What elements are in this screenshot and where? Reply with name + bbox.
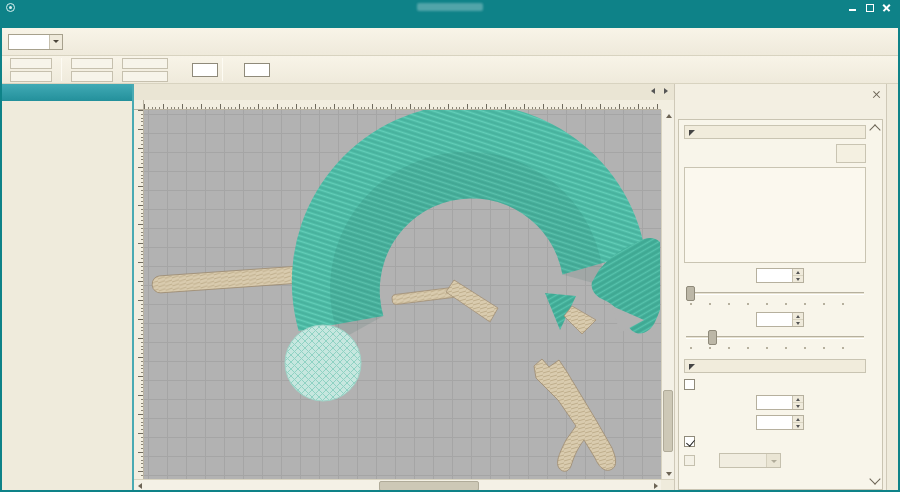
embroidery-design[interactable] xyxy=(144,110,660,478)
close-icon[interactable] xyxy=(879,2,894,13)
position-x-field[interactable] xyxy=(10,58,52,69)
toolboxes-header xyxy=(2,84,132,101)
slider-ticks xyxy=(690,302,860,305)
scroll-up-icon[interactable] xyxy=(663,110,674,121)
docked-panel-tabs xyxy=(886,84,900,492)
spinner-arrows[interactable] xyxy=(792,269,803,282)
main-toolbar xyxy=(2,28,898,56)
horizontal-scroll-thumb[interactable] xyxy=(379,481,479,491)
scroll-left-icon[interactable] xyxy=(134,480,145,491)
radial-curve-fill-section-header[interactable] xyxy=(684,359,866,373)
design-canvas-area xyxy=(134,84,674,492)
branch-mouth[interactable] xyxy=(564,306,596,334)
panel-scroll-down-icon[interactable] xyxy=(869,473,880,484)
min-spacing-spinner[interactable] xyxy=(756,268,804,283)
skew-group xyxy=(226,62,271,77)
radial-fill-checkbox[interactable] xyxy=(684,379,695,390)
edit-toolbar xyxy=(2,56,898,84)
skew-icon[interactable] xyxy=(226,62,242,77)
hole-width-spinner xyxy=(756,395,804,410)
position-y-field[interactable] xyxy=(10,71,52,82)
spinner-arrows xyxy=(792,396,803,409)
toolboxes-sidebar xyxy=(2,84,134,492)
hole-height-spinner xyxy=(756,415,804,430)
scale-height-field[interactable] xyxy=(122,71,168,82)
title-bar xyxy=(2,0,898,14)
max-spacing-slider[interactable] xyxy=(684,330,866,345)
panel-scroll-up-icon[interactable] xyxy=(869,124,880,135)
redacted-account xyxy=(417,3,483,11)
slider-thumb[interactable] xyxy=(686,286,695,301)
object-properties-tabs xyxy=(678,102,883,119)
rotate-angle-field[interactable] xyxy=(192,63,218,77)
ruler-corner xyxy=(134,100,144,110)
position-fields xyxy=(7,57,55,82)
3d-warp-dropdown xyxy=(719,453,781,468)
menu-bar xyxy=(2,14,898,28)
florentine-effect-checkbox[interactable] xyxy=(684,436,695,447)
window-title xyxy=(2,3,898,11)
horizontal-ruler xyxy=(144,100,661,110)
minimize-icon[interactable] xyxy=(845,2,860,13)
width-field[interactable] xyxy=(71,58,113,69)
object-properties-panel xyxy=(674,84,886,492)
zoom-level-combobox[interactable] xyxy=(8,34,63,50)
skew-angle-field[interactable] xyxy=(244,63,270,77)
rotate-group xyxy=(174,62,219,77)
vertical-ruler xyxy=(134,110,144,479)
spinner-arrows xyxy=(792,416,803,429)
gradient-profiles-box xyxy=(684,167,866,263)
3d-warp-checkbox xyxy=(684,455,695,466)
spinner-arrows[interactable] xyxy=(792,313,803,326)
rotate-ccw-icon[interactable] xyxy=(174,62,190,77)
branch-middle[interactable] xyxy=(392,280,498,322)
collapse-icon xyxy=(689,364,695,370)
collapse-icon xyxy=(689,130,695,136)
chevron-down-icon xyxy=(766,454,780,467)
horizontal-scrollbar[interactable] xyxy=(134,479,674,492)
document-tabstrip xyxy=(134,84,674,100)
design-viewport[interactable] xyxy=(144,110,661,479)
tab-scroll-left-icon[interactable] xyxy=(649,87,658,96)
app-window xyxy=(0,0,900,492)
min-spacing-slider[interactable] xyxy=(684,286,866,301)
slider-thumb[interactable] xyxy=(708,330,717,345)
restore-icon[interactable] xyxy=(862,2,877,13)
effects-tab-content xyxy=(678,119,883,490)
gradient-fill-section-header[interactable] xyxy=(684,125,866,139)
size-fields xyxy=(68,57,116,82)
scale-width-field[interactable] xyxy=(122,58,168,69)
tab-scroll-right-icon[interactable] xyxy=(661,87,670,96)
height-field[interactable] xyxy=(71,71,113,82)
tab-scroll-buttons xyxy=(649,87,670,96)
scale-fields xyxy=(122,57,171,82)
toolbar-divider xyxy=(61,58,62,81)
vertical-scrollbar[interactable] xyxy=(661,110,674,479)
panel-close-icon[interactable] xyxy=(872,90,881,99)
zoom-combobox-button[interactable] xyxy=(49,35,62,49)
toolbar-divider xyxy=(222,58,223,81)
scroll-down-icon[interactable] xyxy=(663,468,674,479)
tail-center-circle[interactable] xyxy=(285,325,361,401)
remove-effect-button[interactable] xyxy=(836,144,866,163)
branch-lower-right[interactable] xyxy=(534,359,616,471)
vertical-scroll-thumb[interactable] xyxy=(663,390,673,452)
slider-ticks xyxy=(690,346,860,349)
scroll-right-icon[interactable] xyxy=(650,480,661,491)
app-icon xyxy=(6,3,15,12)
chevron-down-icon xyxy=(53,40,59,43)
max-spacing-spinner[interactable] xyxy=(756,312,804,327)
